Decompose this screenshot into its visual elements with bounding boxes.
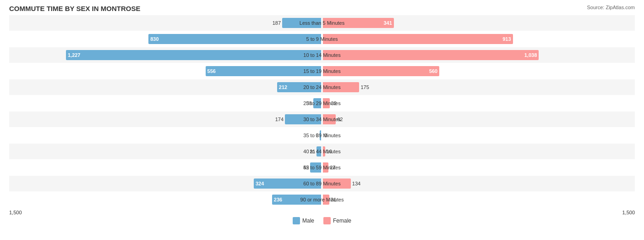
female-value: 62: [337, 117, 343, 122]
legend-male: Male: [293, 217, 314, 224]
male-value: 212: [279, 84, 287, 90]
axis-right: 1,500: [622, 210, 635, 215]
female-value: 0: [324, 133, 327, 138]
left-section: 556: [9, 63, 322, 79]
right-section: 32: [322, 95, 635, 111]
right-section: 175: [322, 79, 635, 95]
chart-title: COMMUTE TIME BY SEX IN MONTROSE: [9, 5, 635, 12]
female-value: 32: [331, 100, 337, 106]
bar-row: 38 25 to 29 Minutes 32: [9, 95, 635, 111]
source-text: Source: ZipAtlas.com: [587, 5, 635, 10]
left-section: 236: [9, 192, 322, 207]
female-value: 31: [331, 197, 336, 202]
male-value: 21: [310, 149, 315, 154]
left-section: 212: [9, 79, 322, 95]
right-section: 134: [322, 176, 635, 191]
male-value: 556: [207, 68, 216, 74]
bar-row: 236 90 or more Minutes 31: [9, 192, 635, 207]
bar-row: 324 60 to 89 Minutes 134: [9, 176, 635, 191]
right-section: 62: [322, 112, 635, 127]
male-value: 1,227: [68, 52, 81, 58]
left-section: 6: [9, 128, 322, 143]
male-legend-label: Male: [302, 218, 314, 224]
female-value: 913: [502, 36, 511, 42]
left-section: 187: [9, 15, 322, 31]
bars-area: 187 Less than 5 Minutes 341 830 5 to 9 M…: [9, 15, 635, 207]
bar-row: 6 35 to 39 Minutes 0: [9, 128, 635, 143]
legend-row: Male Female: [9, 217, 635, 224]
female-value: 134: [352, 181, 360, 186]
male-value: 52: [303, 165, 309, 170]
left-section: 1,227: [9, 47, 322, 63]
right-section: 10: [322, 144, 635, 159]
right-section: 0: [322, 128, 635, 143]
bar-row: 187 Less than 5 Minutes 341: [9, 15, 635, 31]
female-legend-box: [323, 217, 331, 224]
bar-row: 52 45 to 59 Minutes 27: [9, 160, 635, 175]
left-section: 324: [9, 176, 322, 191]
right-section: 560: [322, 63, 635, 79]
bar-row: 1,227 10 to 14 Minutes 1,038: [9, 47, 635, 63]
left-section: 21: [9, 144, 322, 159]
male-value: 830: [150, 36, 158, 42]
female-legend-label: Female: [333, 218, 351, 224]
male-legend-box: [293, 217, 300, 224]
male-value: 187: [273, 20, 281, 26]
female-value: 341: [383, 20, 392, 26]
bar-row: 830 5 to 9 Minutes 913: [9, 31, 635, 47]
male-value: 6: [316, 133, 318, 138]
right-section: 31: [322, 192, 635, 207]
left-section: 52: [9, 160, 322, 175]
female-value: 175: [360, 84, 369, 90]
right-section: 1,038: [322, 47, 635, 63]
bar-row: 556 15 to 19 Minutes 560: [9, 63, 635, 79]
right-section: 27: [322, 160, 635, 175]
female-value: 27: [330, 165, 335, 170]
bar-row: 21 40 to 44 Minutes 10: [9, 144, 635, 159]
axis-left: 1,500: [9, 210, 22, 215]
female-value: 560: [429, 68, 437, 74]
left-section: 174: [9, 112, 322, 127]
female-value: 1,038: [524, 52, 537, 58]
female-value: 10: [327, 149, 332, 154]
male-value: 236: [274, 197, 282, 202]
axis-row: 1,500 1,500: [9, 208, 635, 215]
bar-row: 174 30 to 34 Minutes 62: [9, 112, 635, 127]
male-value: 38: [306, 100, 312, 106]
right-section: 913: [322, 31, 635, 47]
male-value: 324: [256, 181, 264, 186]
left-section: 38: [9, 95, 322, 111]
right-section: 341: [322, 15, 635, 31]
legend-female: Female: [323, 217, 351, 224]
bar-row: 212 20 to 24 Minutes 175: [9, 79, 635, 95]
male-value: 174: [275, 117, 284, 122]
chart-container: COMMUTE TIME BY SEX IN MONTROSE Source: …: [0, 0, 644, 240]
left-section: 830: [9, 31, 322, 47]
